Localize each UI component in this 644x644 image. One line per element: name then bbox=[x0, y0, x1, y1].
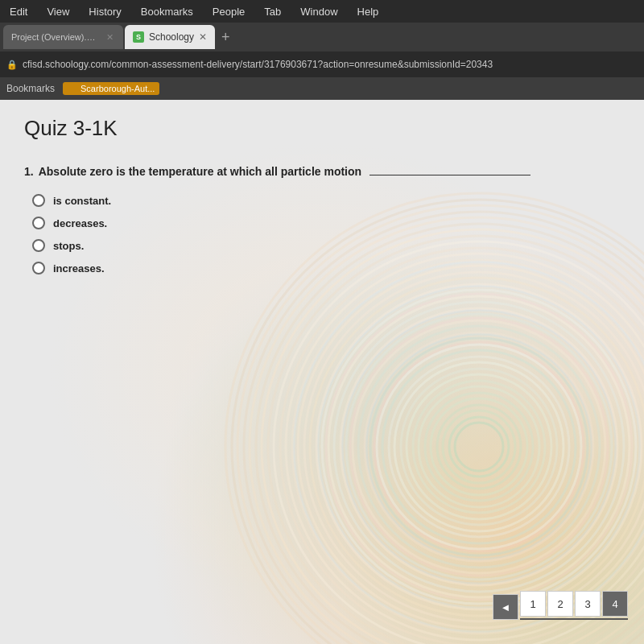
menu-window[interactable]: Window bbox=[297, 4, 341, 19]
radio-a[interactable] bbox=[32, 194, 45, 207]
menu-bookmarks[interactable]: Bookmarks bbox=[138, 4, 196, 19]
radio-b[interactable] bbox=[32, 217, 45, 229]
tab-schoology[interactable]: S Schoology ✕ bbox=[125, 25, 215, 49]
menu-tab[interactable]: Tab bbox=[261, 4, 284, 19]
option-b-label: decreases. bbox=[53, 217, 107, 229]
question-container: 1. Absolute zero is the temperature at w… bbox=[24, 165, 620, 275]
svg-point-34 bbox=[365, 332, 593, 561]
menu-people[interactable]: People bbox=[209, 4, 248, 19]
bookmarks-label: Bookmarks bbox=[6, 83, 55, 94]
option-d-label: increases. bbox=[53, 262, 105, 275]
bookmark-folder-icon bbox=[68, 85, 77, 93]
page-2-button[interactable]: 2 bbox=[547, 591, 573, 617]
tab-project-close[interactable]: ✕ bbox=[105, 32, 115, 43]
lock-icon: 🔒 bbox=[6, 60, 18, 70]
quiz-title: Quiz 3-1K bbox=[24, 116, 620, 141]
question-body: Absolute zero is the temperature at whic… bbox=[39, 165, 361, 178]
page-4-button[interactable]: 4 bbox=[602, 591, 628, 617]
menu-history[interactable]: History bbox=[85, 4, 124, 19]
svg-point-32 bbox=[389, 357, 569, 537]
option-c[interactable]: stops. bbox=[32, 239, 620, 252]
schoology-favicon: S bbox=[133, 31, 144, 43]
bookmark-scarborough[interactable]: Scarborough-Aut... bbox=[63, 82, 159, 95]
svg-point-4 bbox=[407, 374, 551, 519]
page-3-button[interactable]: 3 bbox=[575, 591, 601, 617]
tab-bar: Project (Overview).pptx ✕ S Schoology ✕ … bbox=[0, 23, 644, 52]
option-a[interactable]: is constant. bbox=[32, 194, 620, 207]
svg-point-7 bbox=[370, 338, 588, 555]
svg-point-27 bbox=[449, 417, 509, 477]
tab-schoology-close[interactable]: ✕ bbox=[199, 31, 207, 43]
prev-page-button[interactable]: ◄ bbox=[493, 594, 518, 620]
svg-point-9 bbox=[346, 314, 612, 580]
svg-point-2 bbox=[431, 398, 527, 495]
page-1-button[interactable]: 1 bbox=[520, 591, 546, 617]
options-list: is constant. decreases. stops. increases… bbox=[24, 194, 620, 275]
tab-schoology-label: Schoology bbox=[149, 31, 194, 43]
answer-blank bbox=[369, 175, 530, 175]
menu-edit[interactable]: Edit bbox=[6, 4, 31, 19]
question-text: 1. Absolute zero is the temperature at w… bbox=[24, 165, 620, 178]
radio-c[interactable] bbox=[32, 239, 45, 252]
radio-d[interactable] bbox=[32, 262, 45, 275]
option-c-label: stops. bbox=[53, 240, 84, 252]
tab-project-label: Project (Overview).pptx bbox=[11, 32, 100, 42]
svg-point-0 bbox=[455, 423, 503, 471]
svg-point-30 bbox=[413, 381, 545, 513]
bookmark-scarborough-label: Scarborough-Aut... bbox=[80, 84, 155, 93]
option-a-label: is constant. bbox=[53, 195, 111, 207]
page-nav: ◄ 1 2 3 4 bbox=[493, 591, 628, 620]
address-bar: 🔒 cfisd.schoology.com/common-assessment-… bbox=[0, 52, 644, 77]
bookmarks-bar: Bookmarks Scarborough-Aut... bbox=[0, 77, 644, 100]
pagination: ◄ 1 2 3 4 bbox=[493, 591, 628, 620]
content-area: .ring1 { fill: none; stroke-width: 3; } bbox=[0, 100, 644, 644]
question-number: 1. bbox=[24, 165, 34, 178]
menu-bar: Edit View History Bookmarks People Tab W… bbox=[0, 0, 644, 23]
option-d[interactable]: increases. bbox=[32, 262, 620, 275]
svg-point-6 bbox=[382, 350, 576, 543]
svg-point-29 bbox=[425, 393, 533, 501]
option-b[interactable]: decreases. bbox=[32, 217, 620, 229]
tab-project[interactable]: Project (Overview).pptx ✕ bbox=[3, 25, 123, 49]
quiz-container: Quiz 3-1K 1. Absolute zero is the temper… bbox=[0, 100, 644, 315]
url-text: cfisd.schoology.com/common-assessment-de… bbox=[23, 59, 638, 70]
new-tab-button[interactable]: + bbox=[217, 30, 235, 44]
svg-point-35 bbox=[353, 320, 605, 573]
menu-view[interactable]: View bbox=[43, 4, 72, 19]
menu-help[interactable]: Help bbox=[354, 4, 382, 19]
